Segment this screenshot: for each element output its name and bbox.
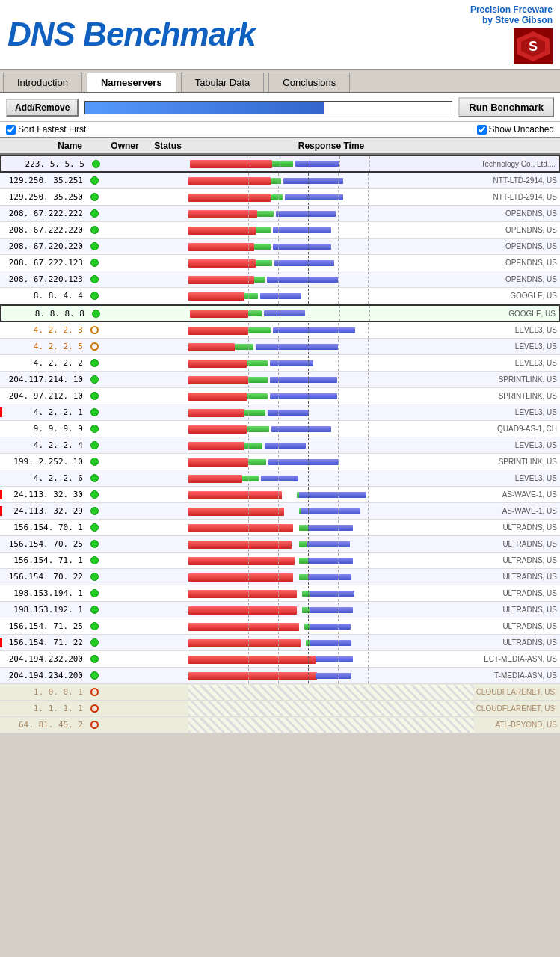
ip-address: 64. 81. 45. 2 <box>0 720 86 730</box>
table-row[interactable]: 24.113. 32. 30AS-WAVE-1, US <box>0 487 560 503</box>
ip-address: 4. 2. 2. 2 <box>0 358 86 368</box>
table-row[interactable]: 129.250. 35.250NTT-LTD-2914, US <box>0 189 560 206</box>
table-row[interactable]: 204.194.234.200T-MEDIA-ASN, US <box>0 668 560 684</box>
table-row[interactable]: 156.154. 70. 22ULTRADNS, US <box>0 569 560 585</box>
ip-address: 208. 67.222.222 <box>0 209 86 218</box>
progress-bar <box>84 101 452 114</box>
show-uncached-checkbox[interactable] <box>477 125 487 135</box>
col-response-time: Response Time <box>188 141 474 151</box>
owner-name: CLOUDFLARENET, US! <box>474 688 560 696</box>
table-row[interactable]: 198.153.192. 1ULTRADNS, US <box>0 602 560 618</box>
table-row[interactable]: 208. 67.220.220OPENDNS, US <box>0 239 560 255</box>
owner-name: NTT-LTD-2914, US <box>474 176 560 185</box>
table-row[interactable]: 4. 2. 2. 4LEVEL3, US <box>0 437 560 454</box>
status-cell <box>86 375 102 384</box>
response-bar <box>188 323 474 338</box>
tab-introduction[interactable]: Introduction <box>3 73 82 92</box>
status-cell <box>86 275 102 283</box>
ip-address: 198.153.192. 1 <box>0 605 86 615</box>
owner-name: GOOGLE, US <box>474 292 560 300</box>
status-cell <box>86 209 102 218</box>
table-row[interactable]: 208. 67.220.123OPENDNS, US <box>0 271 560 288</box>
table-row[interactable]: 208. 67.222.222OPENDNS, US <box>0 206 560 222</box>
owner-name: OPENDNS, US <box>474 242 560 250</box>
ip-address: 156.154. 70. 1 <box>0 523 86 532</box>
owner-name: AS-WAVE-1, US <box>474 490 560 499</box>
sort-fastest-checkbox-label[interactable]: Sort Fastest First <box>6 124 86 135</box>
status-cell <box>86 671 102 680</box>
owner-name: ATL-BEYOND, US <box>474 721 560 729</box>
response-bar <box>188 586 474 601</box>
status-cell <box>86 540 102 548</box>
table-row[interactable]: 8. 8. 4. 4GOOGLE, US <box>0 288 560 304</box>
dns-table: 223. 5. 5. 5Technology Co., Ltd....129.2… <box>0 155 560 733</box>
table-row[interactable]: 223. 5. 5. 5Technology Co., Ltd.... <box>0 155 560 173</box>
add-remove-button[interactable]: Add/Remove <box>6 99 79 117</box>
response-bar <box>188 701 474 716</box>
table-row[interactable]: 156.154. 71. 25ULTRADNS, US <box>0 618 560 635</box>
table-row[interactable]: 199. 2.252. 10SPRINTLINK, US <box>0 454 560 470</box>
table-row[interactable]: 1. 1. 1. 1CLOUDFLARENET, US! <box>0 701 560 717</box>
status-cell <box>86 359 102 367</box>
toolbar: Add/Remove Run Benchmark <box>0 93 560 122</box>
table-row[interactable]: 1. 0. 0. 1CLOUDFLARENET, US! <box>0 684 560 701</box>
status-cell <box>86 507 102 515</box>
status-circle <box>90 688 99 696</box>
ip-address: 208. 67.222.123 <box>0 258 86 268</box>
table-row[interactable]: 204. 97.212. 10SPRINTLINK, US <box>0 388 560 404</box>
status-cell <box>87 310 104 318</box>
table-row[interactable]: 64. 81. 45. 2ATL-BEYOND, US <box>0 717 560 733</box>
table-row[interactable]: 24.113. 32. 29AS-WAVE-1, US <box>0 503 560 520</box>
table-row[interactable]: 208. 67.222.123OPENDNS, US <box>0 255 560 271</box>
response-bar <box>188 389 474 404</box>
table-row[interactable]: 156.154. 71. 22ULTRADNS, US <box>0 635 560 651</box>
response-bar <box>188 619 474 634</box>
response-bar <box>188 272 474 287</box>
ip-address: 204.194.234.200 <box>0 671 86 680</box>
tab-conclusions[interactable]: Conclusions <box>268 73 350 92</box>
ip-address: 156.154. 71. 1 <box>0 556 86 565</box>
ip-address: 4. 2. 2. 6 <box>0 473 86 483</box>
table-row[interactable]: 4. 2. 2. 1LEVEL3, US <box>0 404 560 421</box>
status-circle <box>90 458 99 466</box>
sort-fastest-checkbox[interactable] <box>6 125 16 135</box>
response-bar <box>188 537 474 552</box>
tab-tabular-data[interactable]: Tabular Data <box>181 73 265 92</box>
status-cell <box>86 704 102 713</box>
response-bar <box>188 438 474 453</box>
table-row[interactable]: 9. 9. 9. 9QUAD9-AS-1, CH <box>0 421 560 437</box>
table-row[interactable]: 129.250. 35.251NTT-LTD-2914, US <box>0 173 560 189</box>
ip-address: 208. 67.220.220 <box>0 241 86 251</box>
table-row[interactable]: 204.117.214. 10SPRINTLINK, US <box>0 372 560 388</box>
owner-name: AS-WAVE-1, US <box>474 507 560 515</box>
table-row[interactable]: 208. 67.222.220OPENDNS, US <box>0 222 560 239</box>
run-benchmark-button[interactable]: Run Benchmark <box>458 97 554 117</box>
status-cell <box>86 242 102 250</box>
response-bar <box>188 718 474 733</box>
response-bar <box>188 223 474 238</box>
tab-nameservers[interactable]: Nameservers <box>87 73 176 92</box>
ip-address: 4. 2. 2. 5 <box>0 342 86 351</box>
ip-address: 208. 67.222.220 <box>0 225 86 235</box>
owner-name: ULTRADNS, US <box>474 606 560 614</box>
status-circle <box>90 638 99 647</box>
table-row[interactable]: 4. 2. 2. 6LEVEL3, US <box>0 470 560 487</box>
table-row[interactable]: 8. 8. 8. 8GOOGLE, US <box>0 304 560 322</box>
table-row[interactable]: 204.194.232.200ECT-MEDIA-ASN, US <box>0 651 560 668</box>
table-row[interactable]: 4. 2. 2. 2LEVEL3, US <box>0 355 560 372</box>
status-circle <box>90 226 99 234</box>
status-cell <box>86 326 102 334</box>
table-row[interactable]: 156.154. 70. 25ULTRADNS, US <box>0 536 560 553</box>
owner-name: SPRINTLINK, US <box>474 458 560 466</box>
ip-address: 204.194.232.200 <box>0 654 86 664</box>
table-row[interactable]: 156.154. 71. 1ULTRADNS, US <box>0 553 560 569</box>
table-row[interactable]: 198.153.194. 1ULTRADNS, US <box>0 585 560 602</box>
table-row[interactable]: 156.154. 70. 1ULTRADNS, US <box>0 520 560 536</box>
table-row[interactable]: 4. 2. 2. 3LEVEL3, US <box>0 322 560 339</box>
table-row[interactable]: 4. 2. 2. 5LEVEL3, US <box>0 339 560 355</box>
owner-name: ULTRADNS, US <box>474 638 560 647</box>
ip-address: 156.154. 71. 25 <box>0 621 86 631</box>
col-spacer <box>86 141 102 151</box>
status-circle <box>90 425 99 433</box>
show-uncached-checkbox-label[interactable]: Show Uncached <box>477 124 554 135</box>
